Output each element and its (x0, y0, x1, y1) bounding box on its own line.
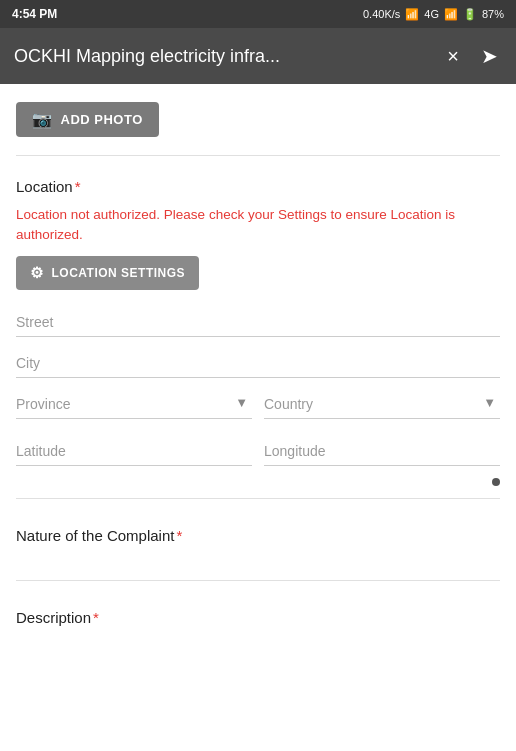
signal-icon-2: 📶 (444, 8, 458, 21)
lat-lng-row (16, 433, 500, 466)
country-select[interactable]: Country (264, 386, 500, 418)
country-field: Country ▼ (264, 386, 500, 427)
complaint-required-star: * (176, 527, 182, 544)
close-button[interactable]: × (443, 42, 463, 70)
app-bar: OCKHI Mapping electricity infra... × ➤ (0, 28, 516, 84)
street-input[interactable] (16, 304, 500, 337)
add-photo-section: 📷 ADD PHOTO (16, 84, 500, 147)
province-select-wrapper: Province ▼ (16, 386, 252, 419)
latitude-input[interactable] (16, 433, 252, 466)
app-bar-actions: × ➤ (443, 42, 502, 70)
status-icons: 0.40K/s 📶 4G 📶 🔋 87% (363, 8, 504, 21)
location-section: Location* Location not authorized. Pleas… (16, 164, 500, 290)
complaint-label: Nature of the Complaint* (16, 513, 500, 550)
camera-icon: 📷 (32, 110, 53, 129)
divider-1 (16, 155, 500, 156)
city-input[interactable] (16, 345, 500, 378)
signal-icon: 📶 (405, 8, 419, 21)
location-label: Location* (16, 164, 500, 201)
location-settings-button[interactable]: ⚙ LOCATION SETTINGS (16, 256, 199, 290)
status-bar: 4:54 PM 0.40K/s 📶 4G 📶 🔋 87% (0, 0, 516, 28)
main-content: 📷 ADD PHOTO Location* Location not autho… (0, 84, 516, 652)
battery-level: 87% (482, 8, 504, 20)
required-star: * (75, 178, 81, 195)
longitude-input[interactable] (264, 433, 500, 466)
province-country-row: Province ▼ Country ▼ (16, 386, 500, 427)
description-label: Description* (16, 595, 500, 632)
app-bar-title: OCKHI Mapping electricity infra... (14, 46, 431, 67)
province-field: Province ▼ (16, 386, 252, 427)
location-settings-label: LOCATION SETTINGS (52, 266, 186, 280)
country-select-wrapper: Country ▼ (264, 386, 500, 419)
gear-icon: ⚙ (30, 264, 44, 282)
status-time: 4:54 PM (12, 7, 57, 21)
dot-row (16, 472, 500, 490)
location-error: Location not authorized. Please check yo… (16, 201, 500, 256)
longitude-field (264, 433, 500, 466)
add-photo-label: ADD PHOTO (61, 112, 143, 127)
latitude-field (16, 433, 252, 466)
battery-icon: 🔋 (463, 8, 477, 21)
description-section: Description* (16, 580, 500, 632)
complaint-section: Nature of the Complaint* (16, 498, 500, 550)
network-speed: 0.40K/s (363, 8, 400, 20)
scroll-indicator-dot (492, 478, 500, 486)
description-required-star: * (93, 609, 99, 626)
province-select[interactable]: Province (16, 386, 252, 418)
send-button[interactable]: ➤ (477, 42, 502, 70)
add-photo-button[interactable]: 📷 ADD PHOTO (16, 102, 159, 137)
network-type: 4G (424, 8, 439, 20)
